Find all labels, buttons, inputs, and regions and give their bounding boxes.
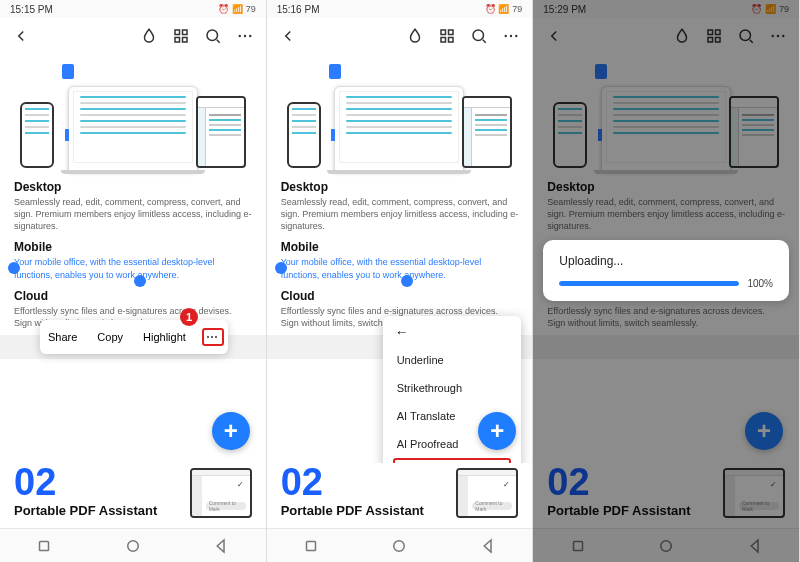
section-text-desktop: Seamlessly read, edit, comment, compress…: [14, 196, 252, 232]
svg-rect-13: [449, 38, 454, 43]
droplet-icon[interactable]: [406, 27, 424, 45]
svg-rect-0: [175, 30, 180, 35]
svg-rect-3: [182, 38, 187, 43]
grid-icon[interactable]: [438, 27, 456, 45]
status-time: 15:16: [277, 4, 302, 15]
svg-rect-8: [40, 541, 49, 550]
svg-point-17: [515, 35, 517, 37]
page-content: Desktop Seamlessly read, edit, comment, …: [0, 54, 266, 359]
svg-point-5: [238, 35, 240, 37]
search-icon[interactable]: [470, 27, 488, 45]
back-icon[interactable]: [12, 27, 30, 45]
menu-item-underline[interactable]: Underline: [383, 346, 521, 374]
nav-recent-icon[interactable]: [302, 537, 320, 555]
nav-back-icon[interactable]: [479, 537, 497, 555]
popup-share[interactable]: Share: [44, 331, 81, 343]
more-icon[interactable]: [236, 27, 254, 45]
svg-point-9: [128, 540, 139, 551]
nav-back-icon[interactable]: [212, 537, 230, 555]
popup-copy[interactable]: Copy: [93, 331, 127, 343]
selection-handle-end[interactable]: [134, 275, 146, 287]
svg-rect-2: [175, 38, 180, 43]
section-title-cloud: Cloud: [14, 289, 252, 303]
svg-point-7: [249, 35, 251, 37]
status-bar: 15:16 PM ⏰ 📶 79: [267, 0, 533, 18]
status-icons: ⏰ 📶 79: [218, 4, 256, 14]
upload-dialog: Uploading... 100%: [543, 240, 789, 301]
svg-rect-1: [182, 30, 187, 35]
grid-icon[interactable]: [172, 27, 190, 45]
phone-illustration: [20, 102, 54, 168]
popup-more-button[interactable]: ⋯: [202, 328, 224, 346]
upload-title: Uploading...: [559, 254, 773, 268]
upload-progress-bar: [559, 281, 739, 286]
selection-handle-end[interactable]: [401, 275, 413, 287]
app-bar: [267, 18, 533, 54]
system-nav: [0, 528, 266, 562]
callout-badge-1: 1: [180, 308, 198, 326]
fab-add-button[interactable]: +: [212, 412, 250, 450]
nav-home-icon[interactable]: [124, 537, 142, 555]
svg-rect-12: [441, 38, 446, 43]
section-text-mobile[interactable]: Your mobile office, with the essential d…: [14, 256, 252, 280]
mini-tablet-illustration: ✓ Comment to Mark: [190, 468, 252, 518]
app-bar: [0, 18, 266, 54]
doc-tag-icon: [62, 64, 74, 79]
svg-point-14: [473, 30, 484, 41]
droplet-icon[interactable]: [140, 27, 158, 45]
nav-recent-icon[interactable]: [35, 537, 53, 555]
section-title-mobile: Mobile: [14, 240, 252, 254]
nav-home-icon[interactable]: [390, 537, 408, 555]
back-icon[interactable]: [279, 27, 297, 45]
svg-rect-10: [441, 30, 446, 35]
upload-percent: 100%: [747, 278, 773, 289]
screen-2: 15:16 PM ⏰ 📶 79 Desktop Seamlessly read,…: [267, 0, 534, 562]
svg-point-4: [207, 30, 218, 41]
popup-highlight[interactable]: Highlight: [139, 331, 190, 343]
devices-illustration: [14, 62, 252, 172]
section-title-desktop: Desktop: [14, 180, 252, 194]
svg-rect-18: [306, 541, 315, 550]
svg-point-6: [243, 35, 245, 37]
menu-item-strikethrough[interactable]: Strikethrough: [383, 374, 521, 402]
tablet-illustration: [196, 96, 246, 168]
text-selection-popup: Share Copy Highlight ⋯: [40, 320, 228, 354]
svg-point-19: [394, 540, 405, 551]
status-time: 15:15: [10, 4, 35, 15]
more-icon[interactable]: [502, 27, 520, 45]
svg-rect-11: [449, 30, 454, 35]
search-icon[interactable]: [204, 27, 222, 45]
screen-1: 15:15 PM ⏰ 📶 79: [0, 0, 267, 562]
status-bar: 15:15 PM ⏰ 📶 79: [0, 0, 266, 18]
menu-back-icon[interactable]: ←: [383, 324, 521, 346]
svg-point-15: [505, 35, 507, 37]
screen-3: 15:29 PM ⏰ 📶 79 Desktop Seamlessly read,…: [533, 0, 800, 562]
svg-point-16: [510, 35, 512, 37]
